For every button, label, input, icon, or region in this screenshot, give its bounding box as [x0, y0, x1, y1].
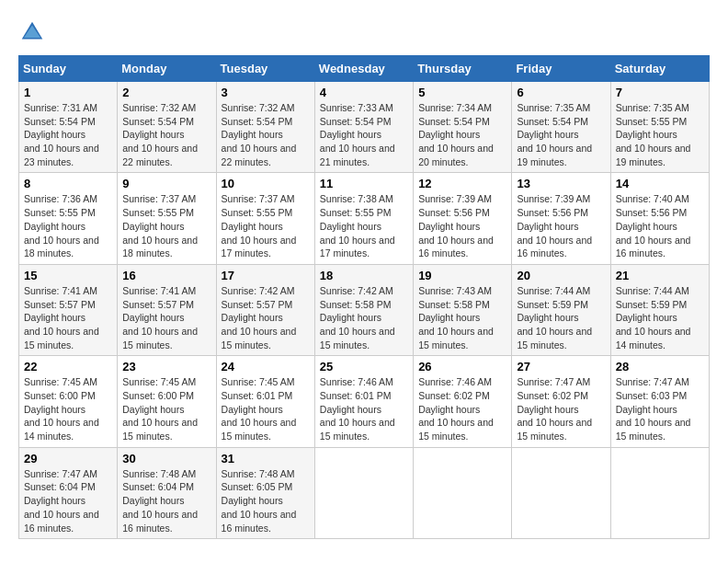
day-info: Sunrise: 7:48 AM Sunset: 6:04 PM Dayligh… [122, 467, 210, 534]
day-info: Sunrise: 7:41 AM Sunset: 5:57 PM Dayligh… [24, 284, 112, 351]
empty-cell [414, 447, 512, 538]
day-info: Sunrise: 7:39 AM Sunset: 5:56 PM Dayligh… [517, 192, 605, 259]
day-number: 18 [320, 269, 408, 282]
empty-cell [512, 447, 610, 538]
calendar-week-3: 15 Sunrise: 7:41 AM Sunset: 5:57 PM Dayl… [19, 264, 710, 355]
logo [18, 18, 50, 46]
day-info: Sunrise: 7:48 AM Sunset: 6:05 PM Dayligh… [222, 467, 310, 534]
day-number: 9 [122, 177, 210, 190]
day-number: 24 [222, 360, 310, 373]
day-info: Sunrise: 7:31 AM Sunset: 5:54 PM Dayligh… [24, 101, 112, 168]
day-number: 16 [122, 269, 210, 282]
day-number: 31 [222, 452, 310, 465]
day-number: 17 [222, 269, 310, 282]
day-cell-14: 14 Sunrise: 7:40 AM Sunset: 5:56 PM Dayl… [610, 173, 709, 264]
day-cell-6: 6 Sunrise: 7:35 AM Sunset: 5:54 PM Dayli… [512, 82, 610, 173]
day-cell-23: 23 Sunrise: 7:45 AM Sunset: 6:00 PM Dayl… [118, 356, 216, 447]
day-number: 12 [418, 177, 506, 190]
day-number: 10 [222, 177, 310, 190]
day-cell-8: 8 Sunrise: 7:36 AM Sunset: 5:55 PM Dayli… [19, 173, 118, 264]
day-info: Sunrise: 7:40 AM Sunset: 5:56 PM Dayligh… [616, 192, 704, 259]
day-number: 25 [320, 360, 408, 373]
day-header-friday: Friday [512, 56, 610, 82]
empty-cell [314, 447, 413, 538]
day-info: Sunrise: 7:43 AM Sunset: 5:58 PM Dayligh… [418, 284, 506, 351]
day-info: Sunrise: 7:44 AM Sunset: 5:59 PM Dayligh… [616, 284, 704, 351]
day-cell-2: 2 Sunrise: 7:32 AM Sunset: 5:54 PM Dayli… [118, 82, 216, 173]
day-info: Sunrise: 7:45 AM Sunset: 6:00 PM Dayligh… [122, 375, 210, 442]
day-cell-15: 15 Sunrise: 7:41 AM Sunset: 5:57 PM Dayl… [19, 264, 118, 355]
day-cell-10: 10 Sunrise: 7:37 AM Sunset: 5:55 PM Dayl… [216, 173, 314, 264]
day-info: Sunrise: 7:32 AM Sunset: 5:54 PM Dayligh… [122, 101, 210, 168]
day-info: Sunrise: 7:44 AM Sunset: 5:59 PM Dayligh… [517, 284, 605, 351]
day-number: 13 [517, 177, 605, 190]
day-number: 22 [24, 360, 112, 373]
day-header-sunday: Sunday [19, 56, 118, 82]
day-info: Sunrise: 7:47 AM Sunset: 6:02 PM Dayligh… [517, 375, 605, 442]
day-info: Sunrise: 7:45 AM Sunset: 6:01 PM Dayligh… [222, 375, 310, 442]
day-number: 5 [418, 86, 506, 99]
day-cell-12: 12 Sunrise: 7:39 AM Sunset: 5:56 PM Dayl… [414, 173, 512, 264]
day-number: 20 [517, 269, 605, 282]
day-cell-26: 26 Sunrise: 7:46 AM Sunset: 6:02 PM Dayl… [414, 356, 512, 447]
day-cell-24: 24 Sunrise: 7:45 AM Sunset: 6:01 PM Dayl… [216, 356, 314, 447]
day-number: 19 [418, 269, 506, 282]
day-info: Sunrise: 7:37 AM Sunset: 5:55 PM Dayligh… [222, 192, 310, 259]
day-header-monday: Monday [118, 56, 216, 82]
day-cell-13: 13 Sunrise: 7:39 AM Sunset: 5:56 PM Dayl… [512, 173, 610, 264]
day-number: 15 [24, 269, 112, 282]
day-info: Sunrise: 7:41 AM Sunset: 5:57 PM Dayligh… [122, 284, 210, 351]
day-info: Sunrise: 7:35 AM Sunset: 5:54 PM Dayligh… [517, 101, 605, 168]
day-number: 3 [222, 86, 310, 99]
day-number: 2 [122, 86, 210, 99]
day-number: 6 [517, 86, 605, 99]
empty-cell [610, 447, 709, 538]
day-info: Sunrise: 7:47 AM Sunset: 6:04 PM Dayligh… [24, 467, 112, 534]
day-info: Sunrise: 7:38 AM Sunset: 5:55 PM Dayligh… [320, 192, 408, 259]
day-info: Sunrise: 7:37 AM Sunset: 5:55 PM Dayligh… [122, 192, 210, 259]
day-number: 29 [24, 452, 112, 465]
calendar-body: 1 Sunrise: 7:31 AM Sunset: 5:54 PM Dayli… [19, 82, 710, 539]
day-cell-9: 9 Sunrise: 7:37 AM Sunset: 5:55 PM Dayli… [118, 173, 216, 264]
calendar-week-1: 1 Sunrise: 7:31 AM Sunset: 5:54 PM Dayli… [19, 82, 710, 173]
day-header-tuesday: Tuesday [216, 56, 314, 82]
day-number: 7 [616, 86, 704, 99]
day-info: Sunrise: 7:46 AM Sunset: 6:02 PM Dayligh… [418, 375, 506, 442]
day-number: 14 [616, 177, 704, 190]
day-info: Sunrise: 7:39 AM Sunset: 5:56 PM Dayligh… [418, 192, 506, 259]
day-cell-20: 20 Sunrise: 7:44 AM Sunset: 5:59 PM Dayl… [512, 264, 610, 355]
day-cell-11: 11 Sunrise: 7:38 AM Sunset: 5:55 PM Dayl… [314, 173, 413, 264]
day-cell-19: 19 Sunrise: 7:43 AM Sunset: 5:58 PM Dayl… [414, 264, 512, 355]
day-info: Sunrise: 7:45 AM Sunset: 6:00 PM Dayligh… [24, 375, 112, 442]
day-cell-17: 17 Sunrise: 7:42 AM Sunset: 5:57 PM Dayl… [216, 264, 314, 355]
day-number: 21 [616, 269, 704, 282]
day-cell-31: 31 Sunrise: 7:48 AM Sunset: 6:05 PM Dayl… [216, 447, 314, 538]
day-cell-1: 1 Sunrise: 7:31 AM Sunset: 5:54 PM Dayli… [19, 82, 118, 173]
day-cell-18: 18 Sunrise: 7:42 AM Sunset: 5:58 PM Dayl… [314, 264, 413, 355]
day-number: 28 [616, 360, 704, 373]
day-cell-22: 22 Sunrise: 7:45 AM Sunset: 6:00 PM Dayl… [19, 356, 118, 447]
day-number: 8 [24, 177, 112, 190]
calendar-header-row: SundayMondayTuesdayWednesdayThursdayFrid… [19, 56, 710, 82]
day-header-saturday: Saturday [610, 56, 709, 82]
day-number: 27 [517, 360, 605, 373]
calendar-week-5: 29 Sunrise: 7:47 AM Sunset: 6:04 PM Dayl… [19, 447, 710, 538]
day-header-wednesday: Wednesday [314, 56, 413, 82]
day-number: 30 [122, 452, 210, 465]
logo-icon [18, 18, 46, 46]
calendar-table: SundayMondayTuesdayWednesdayThursdayFrid… [18, 55, 710, 539]
day-cell-7: 7 Sunrise: 7:35 AM Sunset: 5:55 PM Dayli… [610, 82, 709, 173]
calendar-week-2: 8 Sunrise: 7:36 AM Sunset: 5:55 PM Dayli… [19, 173, 710, 264]
day-info: Sunrise: 7:33 AM Sunset: 5:54 PM Dayligh… [320, 101, 408, 168]
day-cell-21: 21 Sunrise: 7:44 AM Sunset: 5:59 PM Dayl… [610, 264, 709, 355]
day-info: Sunrise: 7:42 AM Sunset: 5:58 PM Dayligh… [320, 284, 408, 351]
day-number: 11 [320, 177, 408, 190]
day-header-thursday: Thursday [414, 56, 512, 82]
day-number: 23 [122, 360, 210, 373]
day-cell-29: 29 Sunrise: 7:47 AM Sunset: 6:04 PM Dayl… [19, 447, 118, 538]
day-cell-4: 4 Sunrise: 7:33 AM Sunset: 5:54 PM Dayli… [314, 82, 413, 173]
day-number: 26 [418, 360, 506, 373]
day-cell-27: 27 Sunrise: 7:47 AM Sunset: 6:02 PM Dayl… [512, 356, 610, 447]
day-info: Sunrise: 7:42 AM Sunset: 5:57 PM Dayligh… [222, 284, 310, 351]
day-number: 4 [320, 86, 408, 99]
